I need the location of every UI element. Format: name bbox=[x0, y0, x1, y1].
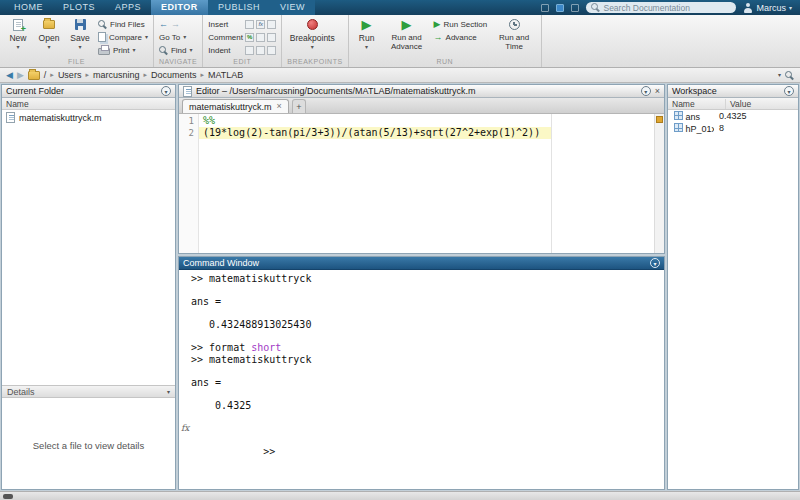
breadcrumb-segment[interactable]: Documents bbox=[151, 70, 197, 80]
insert-section-icon[interactable] bbox=[245, 20, 254, 29]
path-dropdown-icon[interactable]: ▾ bbox=[778, 72, 781, 78]
message-indicator-icon bbox=[656, 116, 663, 123]
save-icon bbox=[75, 19, 86, 30]
new-tab-button[interactable]: + bbox=[292, 99, 306, 113]
run-and-advance-label: Run and Advance bbox=[385, 33, 429, 51]
insert-button[interactable]: Insert fx bbox=[208, 18, 276, 30]
panel-menu-icon[interactable]: ▾ bbox=[161, 86, 171, 96]
comment-percent-icon[interactable]: % bbox=[245, 33, 254, 42]
smart-indent-icon[interactable] bbox=[245, 46, 254, 55]
status-grip[interactable] bbox=[3, 494, 13, 499]
tab-editor[interactable]: EDITOR bbox=[151, 0, 208, 15]
workspace-row[interactable]: ans0.4325 bbox=[668, 110, 798, 122]
forward-icon[interactable]: ▶ bbox=[17, 70, 24, 80]
command-prompt-line[interactable]: fx >> bbox=[179, 423, 664, 469]
insert-function-icon[interactable]: fx bbox=[256, 20, 265, 29]
advance-button[interactable]: → Advance bbox=[434, 31, 488, 43]
editor-file-tab[interactable]: matematiskuttryck.m × bbox=[182, 99, 289, 113]
goto-button[interactable]: Go To ▾ bbox=[159, 31, 193, 43]
compare-button[interactable]: Compare ▾ bbox=[98, 31, 148, 43]
run-and-advance-button[interactable]: ▶ Run and Advance bbox=[385, 17, 429, 51]
uncomment-icon[interactable] bbox=[256, 33, 265, 42]
back-icon[interactable]: ◀ bbox=[6, 70, 13, 80]
insert-label: Insert bbox=[208, 20, 243, 29]
indent-button[interactable]: Indent bbox=[208, 44, 276, 56]
run-and-time-button[interactable]: Run and Time bbox=[492, 17, 536, 51]
tab-view[interactable]: VIEW bbox=[270, 0, 315, 15]
quick-access-icon[interactable] bbox=[556, 4, 564, 12]
tab-home[interactable]: HOME bbox=[4, 0, 53, 15]
breakpoint-icon bbox=[307, 19, 318, 30]
indent-right-icon[interactable] bbox=[256, 46, 265, 55]
breakpoints-button[interactable]: Breakpoints ▾ bbox=[287, 17, 337, 50]
workspace-name-column[interactable]: Name bbox=[668, 99, 726, 109]
wrap-comments-icon[interactable] bbox=[267, 33, 276, 42]
breakpoints-label: Breakpoints bbox=[290, 33, 335, 43]
editor-code[interactable]: %%(19*log(2)-tan(pi/3+3))/(atan(5/13)+sq… bbox=[199, 114, 654, 253]
section-label-file: FILE bbox=[5, 57, 148, 67]
workspace-menu-icon[interactable]: ▾ bbox=[784, 86, 794, 96]
line-number: 2 bbox=[179, 127, 198, 139]
comment-button[interactable]: Comment % bbox=[208, 31, 276, 43]
command-menu-icon[interactable]: ▾ bbox=[650, 258, 660, 268]
user-menu[interactable]: Marcus ▾ bbox=[743, 3, 792, 13]
command-line bbox=[179, 365, 664, 377]
save-button[interactable]: Save ▾ bbox=[67, 17, 93, 50]
advance-label: Advance bbox=[446, 33, 477, 42]
find-label: Find bbox=[171, 46, 187, 55]
insert-block-icon[interactable] bbox=[267, 20, 276, 29]
workspace-value-column[interactable]: Value bbox=[726, 99, 751, 109]
file-item[interactable]: matematiskuttryck.m bbox=[2, 110, 175, 125]
print-button[interactable]: Print ▾ bbox=[98, 44, 148, 56]
command-accent-word: short bbox=[251, 342, 281, 353]
editor-title: Editor – /Users/marcusning/Documents/MAT… bbox=[196, 86, 475, 96]
tab-plots[interactable]: PLOTS bbox=[53, 0, 105, 15]
breadcrumb-segment[interactable]: / bbox=[44, 70, 47, 80]
command-line: >> format short bbox=[179, 342, 664, 354]
folder-search-icon[interactable] bbox=[785, 71, 794, 80]
code-line[interactable]: %% bbox=[199, 115, 654, 127]
indent-left-icon[interactable] bbox=[267, 46, 276, 55]
tab-publish[interactable]: PUBLISH bbox=[208, 0, 270, 15]
command-line bbox=[179, 388, 664, 400]
details-bar[interactable]: Details ▾ bbox=[2, 385, 175, 398]
doc-search-input[interactable] bbox=[603, 3, 731, 13]
breadcrumb-segment[interactable]: marcusning bbox=[93, 70, 140, 80]
navigate-forward-icon[interactable]: → bbox=[171, 19, 180, 29]
editor-close-icon[interactable]: × bbox=[655, 87, 660, 96]
dropdown-icon: ▾ bbox=[132, 47, 135, 53]
editor-scrollbar[interactable] bbox=[654, 114, 664, 253]
command-prompt: >> bbox=[263, 446, 275, 457]
navigate-back-icon[interactable]: ← bbox=[159, 19, 168, 29]
tab-apps[interactable]: APPS bbox=[105, 0, 151, 15]
run-section-icon: ▶ bbox=[434, 20, 441, 29]
run-section-button[interactable]: ▶ Run Section bbox=[434, 18, 488, 30]
breadcrumb-segment[interactable]: Users bbox=[58, 70, 82, 80]
navigate-arrows: ← → bbox=[159, 18, 193, 30]
breadcrumb-segment[interactable]: MATLAB bbox=[208, 70, 243, 80]
find-files-button[interactable]: Find Files bbox=[98, 18, 148, 30]
run-and-time-label: Run and Time bbox=[492, 33, 536, 51]
find-button[interactable]: Find ▾ bbox=[159, 44, 193, 56]
open-button[interactable]: Open ▾ bbox=[36, 17, 62, 50]
doc-search-box[interactable] bbox=[586, 2, 736, 13]
run-button[interactable]: ▶ Run ▾ bbox=[354, 17, 380, 50]
current-folder-icon[interactable] bbox=[28, 71, 40, 80]
command-window-body[interactable]: >> matematiskuttryckans = 0.432488913025… bbox=[179, 270, 664, 489]
folder-column-header[interactable]: Name bbox=[2, 98, 175, 110]
command-line: >> matematiskuttryck bbox=[179, 354, 664, 366]
details-area: Select a file to view details bbox=[2, 398, 175, 489]
quick-access-icon[interactable] bbox=[571, 4, 579, 12]
details-collapse-icon[interactable]: ▾ bbox=[167, 389, 170, 395]
section-label-run: RUN bbox=[354, 57, 537, 67]
code-line[interactable]: (19*log(2)-tan(pi/3+3))/(atan(5/13)+sqrt… bbox=[199, 127, 654, 139]
new-button[interactable]: New ▾ bbox=[5, 17, 31, 50]
dropdown-icon: ▾ bbox=[189, 47, 192, 53]
command-line bbox=[179, 411, 664, 423]
close-tab-icon[interactable]: × bbox=[277, 102, 282, 111]
editor-menu-icon[interactable]: ▾ bbox=[641, 86, 651, 96]
quick-access-icon[interactable] bbox=[541, 4, 549, 12]
workspace-row[interactable]: hP_01x_q8 bbox=[668, 122, 798, 134]
details-label: Details bbox=[7, 387, 35, 397]
workspace-column-headers[interactable]: Name Value bbox=[668, 98, 798, 110]
